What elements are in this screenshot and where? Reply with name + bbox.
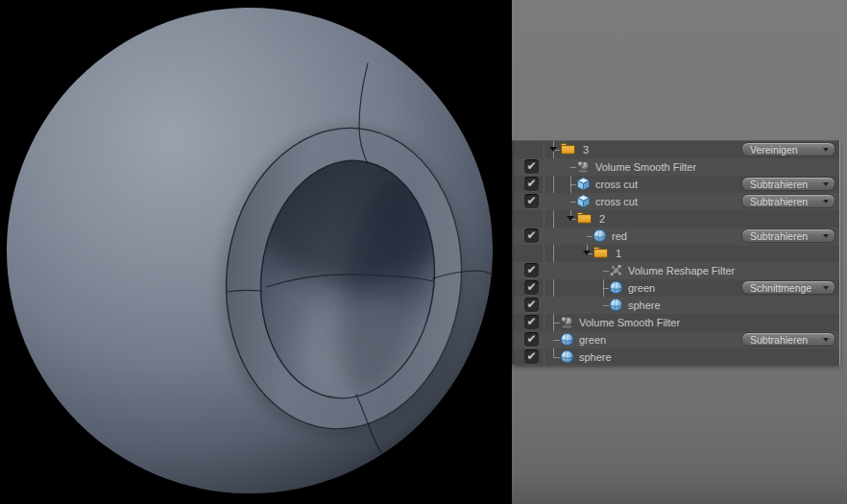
sphere-render: [0, 0, 512, 504]
expand-arrow-icon[interactable]: [583, 251, 591, 255]
folder-icon: [593, 246, 609, 261]
tree-row[interactable]: ✔sphere: [514, 348, 839, 365]
blend-mode-dropdown[interactable]: Subtrahieren: [741, 228, 835, 243]
blend-mode-dropdown[interactable]: Schnittmenge: [741, 280, 835, 295]
chevron-down-icon: [823, 182, 829, 186]
enable-checkbox[interactable]: ✔: [524, 177, 539, 191]
object-manager-panel: 3Vereinigen✔Volume Smooth Filter✔cross c…: [512, 0, 847, 504]
object-tree: 3Vereinigen✔Volume Smooth Filter✔cross c…: [512, 140, 840, 365]
viewport-3d[interactable]: [0, 0, 512, 504]
blend-mode-dropdown[interactable]: Vereinigen: [741, 142, 835, 156]
enable-checkbox[interactable]: ✔: [524, 280, 539, 295]
tree-row[interactable]: 1: [514, 245, 839, 262]
object-label: 2: [599, 210, 605, 228]
chevron-down-icon: [823, 286, 829, 290]
sphere-icon: [593, 228, 609, 244]
object-label: cross cut: [595, 176, 638, 193]
application-window: 3Vereinigen✔Volume Smooth Filter✔cross c…: [0, 0, 847, 504]
object-label: 3: [583, 141, 589, 158]
tree-row[interactable]: ✔greenSchnittmenge: [514, 279, 839, 297]
smooth-filter-icon: [560, 315, 576, 330]
dropdown-selected-value: Schnittmenge: [750, 282, 811, 294]
object-label: sphere: [579, 348, 612, 365]
chevron-down-icon: [823, 338, 829, 342]
enable-checkbox[interactable]: ✔: [524, 263, 539, 277]
enable-checkbox[interactable]: ✔: [524, 298, 539, 312]
tree-connector: [553, 323, 560, 324]
tree-connector: [553, 340, 560, 341]
folder-icon: [560, 142, 576, 157]
blend-mode-dropdown[interactable]: Subtrahieren: [741, 177, 835, 191]
object-label: Volume Reshape Filter: [628, 262, 735, 279]
dropdown-selected-value: Subtrahieren: [750, 196, 808, 207]
enable-checkbox[interactable]: ✔: [524, 349, 539, 364]
sphere-icon: [609, 298, 625, 313]
chevron-down-icon: [823, 200, 829, 204]
enable-checkbox[interactable]: ✔: [524, 194, 539, 208]
tree-row[interactable]: ✔redSubtrahieren: [514, 228, 839, 245]
tree-row[interactable]: ✔cross cutSubtrahieren: [514, 176, 839, 193]
cube-icon: [576, 194, 593, 209]
object-label: green: [579, 331, 606, 348]
sphere-icon: [560, 332, 576, 348]
folder-icon: [576, 211, 593, 227]
object-label: sphere: [628, 297, 661, 314]
tree-connector: [553, 357, 560, 358]
sphere-icon: [560, 349, 576, 365]
blend-mode-dropdown[interactable]: Subtrahieren: [741, 332, 835, 347]
dropdown-selected-value: Subtrahieren: [750, 334, 808, 346]
blend-mode-dropdown[interactable]: Subtrahieren: [741, 194, 835, 208]
chevron-down-icon: [823, 148, 829, 152]
tree-row[interactable]: 2: [514, 210, 839, 228]
chevron-down-icon: [823, 234, 829, 238]
dropdown-selected-value: Subtrahieren: [750, 230, 808, 242]
enable-checkbox[interactable]: ✔: [524, 315, 539, 329]
tree-row[interactable]: 3Vereinigen: [514, 141, 839, 158]
enable-checkbox[interactable]: ✔: [524, 332, 539, 347]
enable-checkbox[interactable]: ✔: [524, 228, 539, 243]
reshape-filter-icon: [609, 263, 625, 278]
expand-arrow-icon[interactable]: [549, 147, 557, 152]
object-label: 1: [616, 245, 621, 262]
object-label: cross cut: [595, 193, 638, 210]
object-label: Volume Smooth Filter: [579, 314, 680, 331]
tree-row[interactable]: ✔Volume Smooth Filter: [514, 314, 839, 331]
smooth-filter-icon: [576, 159, 593, 175]
enable-checkbox[interactable]: ✔: [524, 159, 539, 174]
dropdown-selected-value: Vereinigen: [750, 144, 798, 156]
tree-row[interactable]: ✔greenSubtrahieren: [514, 331, 839, 348]
dropdown-selected-value: Subtrahieren: [750, 179, 808, 190]
object-label: Volume Smooth Filter: [595, 158, 696, 176]
tree-row[interactable]: ✔Volume Reshape Filter: [514, 262, 839, 279]
object-label: red: [612, 228, 627, 245]
object-label: green: [628, 279, 655, 297]
cube-icon: [576, 177, 593, 192]
tree-row[interactable]: ✔cross cutSubtrahieren: [514, 193, 839, 210]
tree-row[interactable]: ✔Volume Smooth Filter: [514, 158, 839, 176]
tree-row[interactable]: ✔sphere: [514, 297, 839, 314]
sphere-icon: [609, 280, 625, 296]
expand-arrow-icon[interactable]: [567, 216, 574, 221]
